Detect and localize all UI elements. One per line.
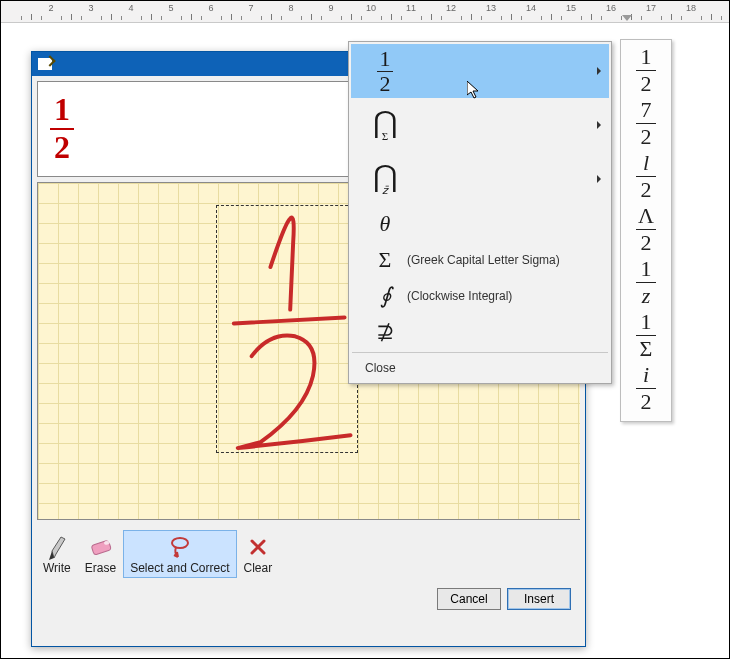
ruler-number: 15 xyxy=(566,3,576,13)
ruler-number: 9 xyxy=(328,3,333,13)
stack-numerator: 1 xyxy=(641,258,652,280)
menu-option-intersection-zbar[interactable]: ⋂ z̄ xyxy=(351,152,609,206)
submenu-arrow-icon xyxy=(597,67,601,75)
menu-option-sigma[interactable]: Σ (Greek Capital Letter Sigma) xyxy=(351,242,609,278)
cancel-button[interactable]: Cancel xyxy=(437,588,501,610)
right-margin-marker[interactable] xyxy=(622,15,632,21)
intersection-zbar-symbol: ⋂ z̄ xyxy=(363,162,407,196)
ruler-number: 7 xyxy=(248,3,253,13)
stack-denominator: 2 xyxy=(641,179,652,201)
menu-option-theta[interactable]: θ xyxy=(351,206,609,242)
stack-numerator: i xyxy=(643,364,649,386)
ruler-number: 18 xyxy=(686,3,696,13)
stack-denominator: 2 xyxy=(641,391,652,413)
fraction-symbol: 1 2 xyxy=(363,49,407,94)
clear-tool[interactable]: Clear xyxy=(237,530,280,578)
stack-fraction[interactable]: 12 xyxy=(636,44,656,97)
ruler-number: 5 xyxy=(168,3,173,13)
insert-button[interactable]: Insert xyxy=(507,588,571,610)
svg-point-4 xyxy=(172,538,188,548)
not-superset-symbol: ⊉ xyxy=(363,322,407,342)
stack-fraction[interactable]: 1Σ xyxy=(636,309,656,362)
preview-fraction: 1 2 xyxy=(50,93,74,164)
stack-fraction[interactable]: Λ2 xyxy=(636,203,656,256)
ink-toolbar: Write Erase Select and Correct Clear xyxy=(32,520,585,578)
write-label: Write xyxy=(43,561,71,575)
menu-close-item[interactable]: Close xyxy=(351,355,609,381)
stack-numerator: 1 xyxy=(641,46,652,68)
submenu-arrow-icon xyxy=(597,121,601,129)
ruler-number: 2 xyxy=(48,3,53,13)
stack-fraction[interactable]: l2 xyxy=(636,150,656,203)
ruler-number: 16 xyxy=(606,3,616,13)
theta-symbol: θ xyxy=(363,214,407,234)
conversion-results-stack: 1272l2Λ21z1Σi2 xyxy=(620,39,672,422)
ruler-number: 3 xyxy=(88,3,93,13)
selection-rectangle xyxy=(216,205,358,453)
intersection-sigma-symbol: ⋂ Σ xyxy=(363,108,407,142)
horizontal-ruler: 23456789101112131415161718 xyxy=(1,1,729,23)
ruler-number: 6 xyxy=(208,3,213,13)
clear-label: Clear xyxy=(244,561,273,575)
stack-denominator: 2 xyxy=(641,126,652,148)
ruler-number: 11 xyxy=(406,3,416,13)
ruler-number: 8 xyxy=(288,3,293,13)
menu-frac-num: 1 xyxy=(380,49,391,69)
lasso-icon xyxy=(168,533,192,561)
stack-denominator: 2 xyxy=(641,232,652,254)
ruler-number: 10 xyxy=(366,3,376,13)
menu-frac-den: 2 xyxy=(380,74,391,94)
stack-fraction[interactable]: 72 xyxy=(636,97,656,150)
svg-marker-0 xyxy=(52,537,65,558)
stack-fraction[interactable]: i2 xyxy=(636,362,656,415)
stack-numerator: 7 xyxy=(641,99,652,121)
menu-option-not-superset-equal[interactable]: ⊉ xyxy=(351,314,609,350)
ruler-number: 13 xyxy=(486,3,496,13)
ruler-number: 12 xyxy=(446,3,456,13)
dialog-button-row: Cancel Insert xyxy=(32,578,585,622)
submenu-arrow-icon xyxy=(597,175,601,183)
stack-denominator: 2 xyxy=(641,73,652,95)
stack-denominator: z xyxy=(642,285,651,307)
stack-denominator: Σ xyxy=(640,338,653,360)
menu-separator xyxy=(352,352,608,353)
sigma-symbol: Σ xyxy=(363,250,407,270)
clockwise-integral-symbol: ∮ xyxy=(363,286,407,306)
preview-numerator: 1 xyxy=(54,93,70,127)
clockwise-integral-description: (Clockwise Integral) xyxy=(407,289,512,303)
eraser-icon xyxy=(88,533,112,561)
write-tool[interactable]: Write xyxy=(36,530,78,578)
stack-numerator: 1 xyxy=(641,311,652,333)
erase-tool[interactable]: Erase xyxy=(78,530,123,578)
select-correct-label: Select and Correct xyxy=(130,561,229,575)
clear-icon xyxy=(248,533,268,561)
select-correct-tool[interactable]: Select and Correct xyxy=(123,530,236,578)
stack-numerator: l xyxy=(643,152,649,174)
ruler-number: 4 xyxy=(128,3,133,13)
correction-menu: 1 2 ⋂ Σ ⋂ z̄ θ Σ (Greek Capital Letter S… xyxy=(348,41,612,384)
menu-option-intersection-sigma[interactable]: ⋂ Σ xyxy=(351,98,609,152)
menu-option-fraction-1-2[interactable]: 1 2 xyxy=(351,44,609,98)
ruler-number: 17 xyxy=(646,3,656,13)
erase-label: Erase xyxy=(85,561,116,575)
menu-option-clockwise-integral[interactable]: ∮ (Clockwise Integral) xyxy=(351,278,609,314)
preview-denominator: 2 xyxy=(54,131,70,165)
stack-numerator: Λ xyxy=(638,205,654,227)
pen-icon xyxy=(47,533,67,561)
sigma-description: (Greek Capital Letter Sigma) xyxy=(407,253,560,267)
ruler-number: 14 xyxy=(526,3,536,13)
stack-fraction[interactable]: 1z xyxy=(636,256,656,309)
edit-icon xyxy=(38,58,52,70)
